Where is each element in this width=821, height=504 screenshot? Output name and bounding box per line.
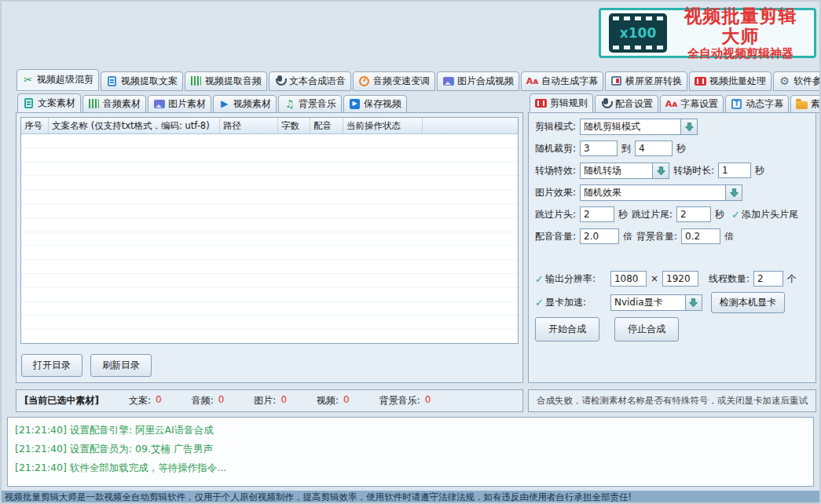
subtab-voiceover-settings[interactable]: 配音设置 (595, 95, 658, 113)
tab-video-batch-process[interactable]: 视频批量处理 (689, 71, 772, 91)
play-icon: ▶ (218, 98, 230, 109)
tab-video-extract-text[interactable]: 视频提取文案 (101, 71, 183, 91)
selected-count-bgm: 背景音乐: 0 (379, 394, 431, 407)
subtab-label: 保存视频 (364, 97, 401, 111)
seconds-unit: 秒 (755, 164, 764, 177)
col-header-wordcount[interactable]: 字数 (278, 118, 310, 133)
chevron-down-icon[interactable] (685, 294, 702, 311)
tab-text-to-speech[interactable]: 文本合成语音 (269, 71, 351, 91)
subtab-background-music[interactable]: ♫ 背景音乐 (278, 95, 342, 113)
material-panel: 文案素材 音频素材 图片素材 ▶ 视频素材 ♫ 背景音乐 ▶ 保存视频 序号 文… (16, 93, 523, 383)
count-value: 0 (280, 394, 287, 407)
threads-label: 线程数量: (709, 272, 750, 286)
subtab-label: 背景音乐 (299, 97, 336, 111)
clip-mode-label: 剪辑模式: (535, 120, 576, 133)
add-headtail-label: 添加片头片尾 (742, 208, 798, 221)
clip-mode-select[interactable]: 随机剪辑模式 (580, 119, 698, 135)
open-directory-button[interactable]: 打开目录 (21, 354, 82, 377)
tab-video-super-mix[interactable]: ✂ 视频超级混剪 (16, 69, 99, 91)
random-cut-to-input[interactable] (635, 141, 673, 156)
tab-audio-speed-pitch[interactable]: 音频变速变调 (353, 71, 435, 91)
subtab-image-material[interactable]: 图片素材 (148, 95, 211, 113)
logo-badge: x100 (620, 25, 656, 41)
transition-duration-label: 转场时长: (673, 164, 714, 177)
subtab-video-material[interactable]: ▶ 视频素材 (213, 95, 277, 113)
refresh-directory-button[interactable]: 刷新目录 (90, 354, 152, 377)
selected-count-video: 视频: 0 (317, 394, 350, 407)
subtab-audio-material[interactable]: 音频素材 (82, 95, 146, 113)
voice-volume-input[interactable] (580, 228, 619, 244)
table-empty-rows[interactable] (21, 134, 518, 343)
checkmark-icon: ✓ (535, 297, 544, 309)
col-header-index[interactable]: 序号 (21, 118, 49, 133)
col-header-voiceover[interactable]: 配音 (310, 118, 343, 133)
image-effect-select[interactable]: 随机效果 (580, 184, 742, 201)
col-header-path[interactable]: 路径 (220, 118, 278, 133)
subtab-label: 文案素材 (38, 97, 75, 110)
tab-image-to-video[interactable]: 图片合成视频 (437, 71, 519, 91)
subtab-material-directory[interactable]: 素材目录 (790, 95, 821, 113)
main-tab-bar: ✂ 视频超级混剪 视频提取文案 视频提取音频 文本合成语音 音频变速变调 图片合… (16, 69, 821, 91)
detect-gpu-button[interactable]: 检测本机显卡 (711, 292, 785, 313)
settings-tab-bar: 剪辑规则 配音设置 Aᴀ 字幕设置 T 动态字幕 素材目录 (530, 93, 821, 113)
film-icon (535, 99, 547, 108)
bgm-volume-input[interactable] (681, 228, 720, 244)
selected-count-text: 文案: 0 (129, 394, 162, 407)
tab-orientation-convert[interactable]: 横屏竖屏转换 (605, 71, 687, 91)
compose-status-message: 合成失败，请检测素材名称是否有特殊符号，或关闭显卡加速后重试 (528, 389, 816, 412)
settings-panel-body: 剪辑模式: 随机剪辑模式 随机裁剪: 到 秒 转场特效: 随机转场 转场时长: … (528, 112, 816, 383)
skip-head-input[interactable] (580, 206, 614, 222)
skip-tail-input[interactable] (676, 206, 711, 222)
checkmark-icon: ✓ (731, 209, 740, 221)
count-label: 音频: (192, 394, 214, 407)
start-compose-button[interactable]: 开始合成 (535, 317, 599, 341)
random-cut-label: 随机裁剪: (535, 142, 576, 155)
random-cut-from-input[interactable] (580, 141, 618, 156)
subtab-label: 字幕设置 (680, 97, 718, 111)
transition-value: 随机转场 (580, 163, 652, 179)
subtab-clip-rules[interactable]: 剪辑规则 (530, 93, 593, 113)
selected-count-image: 图片: 0 (254, 394, 287, 407)
subtab-saved-video[interactable]: ▶ 保存视频 (343, 95, 407, 113)
microphone-icon (274, 75, 286, 86)
transition-duration-input[interactable] (718, 163, 751, 178)
chevron-down-icon[interactable] (680, 119, 698, 135)
count-label: 文案: (129, 394, 151, 407)
bgm-volume-label: 背景音量: (636, 230, 677, 243)
chevron-down-icon[interactable] (725, 184, 742, 201)
resolution-height-input[interactable] (662, 271, 698, 287)
to-label: 到 (621, 142, 631, 155)
subtab-label: 图片素材 (168, 97, 206, 111)
subtab-text-material[interactable]: 文案素材 (17, 93, 81, 113)
gear-icon: ⚙ (779, 75, 790, 86)
tab-auto-subtitle[interactable]: Aᴀ 自动生成字幕 (521, 71, 603, 91)
chevron-down-icon[interactable] (652, 163, 669, 179)
add-headtail-checkbox[interactable]: ✓ 添加片头片尾 (731, 208, 798, 221)
col-header-name[interactable]: 文案名称 (仅支持txt格式，编码: utf-8) (49, 118, 220, 133)
resolution-checkbox[interactable]: ✓ 输出分辨率: (535, 272, 596, 286)
gpu-accel-checkbox[interactable]: ✓ 显卡加速: (535, 296, 586, 309)
threads-input[interactable] (753, 271, 783, 287)
selected-materials-title: [当前已选中素材] (24, 394, 99, 407)
transition-select[interactable]: 随机转场 (580, 163, 669, 179)
gpu-select[interactable]: Nvidia显卡 (610, 294, 702, 311)
tab-video-extract-audio[interactable]: 视频提取音频 (185, 71, 267, 91)
tab-label: 音频变速变调 (373, 75, 430, 88)
play-box-icon: ▶ (350, 99, 360, 109)
times-unit: 倍 (623, 230, 632, 243)
resolution-width-input[interactable] (610, 271, 647, 287)
subtab-label: 视频素材 (233, 97, 271, 111)
tab-software-settings[interactable]: ⚙ 软件参数设置 (773, 71, 821, 91)
material-tab-bar: 文案素材 音频素材 图片素材 ▶ 视频素材 ♫ 背景音乐 ▶ 保存视频 (17, 93, 409, 113)
subtitle-aa-icon: Aᴀ (665, 98, 677, 109)
log-output[interactable]: [21:21:40] 设置配音引擎: 阿里云AI语音合成 [21:21:40] … (7, 417, 814, 487)
col-header-status[interactable]: 当前操作状态 (343, 118, 423, 133)
subtab-label: 动态字幕 (746, 97, 783, 111)
subtab-subtitle-settings[interactable]: Aᴀ 字幕设置 (660, 95, 724, 113)
log-line: [21:21:40] 设置配音引擎: 阿里云AI语音合成 (15, 421, 806, 440)
stop-compose-button[interactable]: 停止合成 (614, 317, 679, 341)
microphone-icon (600, 98, 612, 109)
seconds-unit: 秒 (618, 208, 628, 221)
subtab-dynamic-subtitle[interactable]: T 动态字幕 (725, 95, 789, 113)
app-subtitle: 全自动视频剪辑神器 (675, 47, 806, 60)
